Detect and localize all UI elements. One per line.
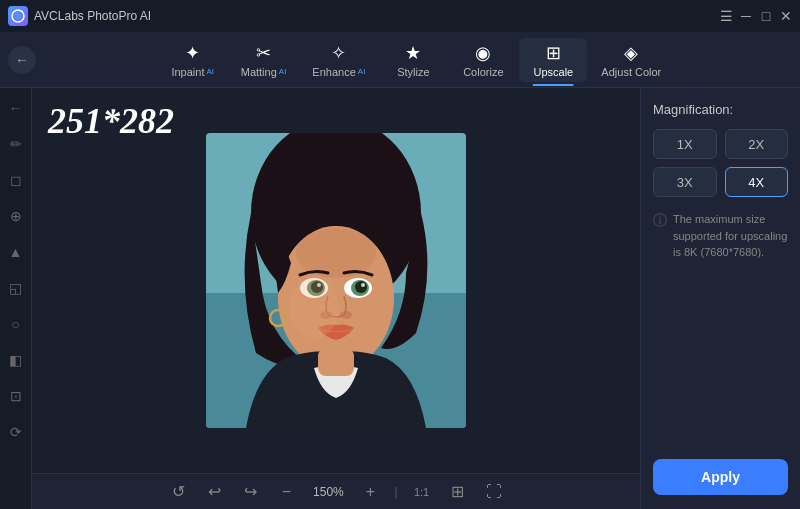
redo-button[interactable]: ↪ — [238, 480, 262, 504]
undo-button[interactable]: ↩ — [202, 480, 226, 504]
tab-enhance-label: EnhanceAI — [312, 66, 365, 78]
sidebar-layer-icon[interactable]: ◧ — [4, 348, 28, 372]
tab-stylize-label: Stylize — [397, 66, 429, 78]
mag-1x-button[interactable]: 1X — [653, 129, 717, 159]
left-sidebar: ← ✏ ◻ ⊕ ▲ ◱ ○ ◧ ⊡ ⟳ — [0, 88, 32, 509]
mag-3x-button[interactable]: 3X — [653, 167, 717, 197]
tab-enhance[interactable]: ✧ EnhanceAI — [300, 38, 377, 82]
sidebar-grid-icon[interactable]: ⊡ — [4, 384, 28, 408]
title-bar-controls: ☰ ─ □ ✕ — [720, 10, 792, 22]
tab-colorize[interactable]: ◉ Colorize — [449, 38, 517, 82]
reset-button[interactable]: ↺ — [166, 480, 190, 504]
sidebar-crop-icon[interactable]: ◱ — [4, 276, 28, 300]
main-content: ← ✏ ◻ ⊕ ▲ ◱ ○ ◧ ⊡ ⟳ 251*282 — [0, 88, 800, 509]
tab-matting[interactable]: ✂ MattingAI — [229, 38, 299, 82]
apply-button[interactable]: Apply — [653, 459, 788, 495]
matting-icon: ✂ — [256, 42, 271, 64]
mag-2x-button[interactable]: 2X — [725, 129, 789, 159]
svg-point-11 — [355, 281, 367, 293]
fullscreen-button[interactable]: ⛶ — [482, 480, 506, 504]
grid-view-button[interactable]: ⊞ — [446, 480, 470, 504]
image-size-label: 251*282 — [48, 100, 174, 142]
right-panel: Magnification: 1X 2X 3X 4X ⓘ The maximum… — [640, 88, 800, 509]
sidebar-brush-icon[interactable]: ⊕ — [4, 204, 28, 228]
menu-button[interactable]: ☰ — [720, 10, 732, 22]
svg-point-15 — [340, 311, 352, 319]
zoom-out-button[interactable]: − — [274, 480, 298, 504]
maximize-button[interactable]: □ — [760, 10, 772, 22]
tab-inpaint-label: InpaintAI — [171, 66, 214, 78]
sidebar-circle-icon[interactable]: ○ — [4, 312, 28, 336]
zoom-label: 150% — [310, 485, 346, 499]
sidebar-lasso-icon[interactable]: ◻ — [4, 168, 28, 192]
tab-colorize-label: Colorize — [463, 66, 503, 78]
info-icon: ⓘ — [653, 212, 667, 230]
adjust-color-icon: ◈ — [624, 42, 638, 64]
title-bar: AVCLabs PhotoPro AI ☰ ─ □ ✕ — [0, 0, 800, 32]
app-title: AVCLabs PhotoPro AI — [34, 9, 151, 23]
svg-rect-17 — [318, 348, 354, 376]
tab-adjust-color-label: Adjust Color — [601, 66, 661, 78]
canvas-area: 251*282 — [32, 88, 640, 509]
zoom-fit-button[interactable]: 1:1 — [410, 480, 434, 504]
zoom-divider: | — [394, 485, 397, 499]
back-button[interactable]: ← — [8, 46, 36, 74]
svg-point-18 — [289, 278, 339, 338]
tab-stylize[interactable]: ★ Stylize — [379, 38, 447, 82]
sidebar-shape-icon[interactable]: ▲ — [4, 240, 28, 264]
panel-title: Magnification: — [653, 102, 788, 117]
toolbar: ← ✦ InpaintAI ✂ MattingAI ✧ EnhanceAI ★ … — [0, 32, 800, 88]
tabs: ✦ InpaintAI ✂ MattingAI ✧ EnhanceAI ★ St… — [40, 38, 792, 82]
upscale-icon: ⊞ — [546, 42, 561, 64]
magnification-grid: 1X 2X 3X 4X — [653, 129, 788, 197]
tab-matting-label: MattingAI — [241, 66, 287, 78]
close-button[interactable]: ✕ — [780, 10, 792, 22]
svg-point-13 — [361, 283, 365, 287]
svg-point-5 — [296, 228, 376, 278]
sidebar-rotate-icon[interactable]: ⟳ — [4, 420, 28, 444]
canvas-bottom-toolbar: ↺ ↩ ↪ − 150% + | 1:1 ⊞ ⛶ — [32, 473, 640, 509]
sidebar-pencil-icon[interactable]: ✏ — [4, 132, 28, 156]
minimize-button[interactable]: ─ — [740, 10, 752, 22]
title-bar-left: AVCLabs PhotoPro AI — [8, 6, 151, 26]
tab-upscale-label: Upscale — [533, 66, 573, 78]
sidebar-back-icon[interactable]: ← — [4, 96, 28, 120]
mag-4x-button[interactable]: 4X — [725, 167, 789, 197]
canvas-container: 251*282 — [32, 88, 640, 473]
info-text: The maximum size supported for upscaling… — [673, 211, 788, 261]
enhance-icon: ✧ — [331, 42, 346, 64]
tab-adjust-color[interactable]: ◈ Adjust Color — [589, 38, 673, 82]
main-image — [206, 133, 466, 428]
zoom-in-button[interactable]: + — [358, 480, 382, 504]
info-box: ⓘ The maximum size supported for upscali… — [653, 211, 788, 261]
tab-inpaint[interactable]: ✦ InpaintAI — [159, 38, 227, 82]
colorize-icon: ◉ — [475, 42, 491, 64]
inpaint-icon: ✦ — [185, 42, 200, 64]
stylize-icon: ★ — [405, 42, 421, 64]
app-logo — [8, 6, 28, 26]
tab-upscale[interactable]: ⊞ Upscale — [519, 38, 587, 82]
